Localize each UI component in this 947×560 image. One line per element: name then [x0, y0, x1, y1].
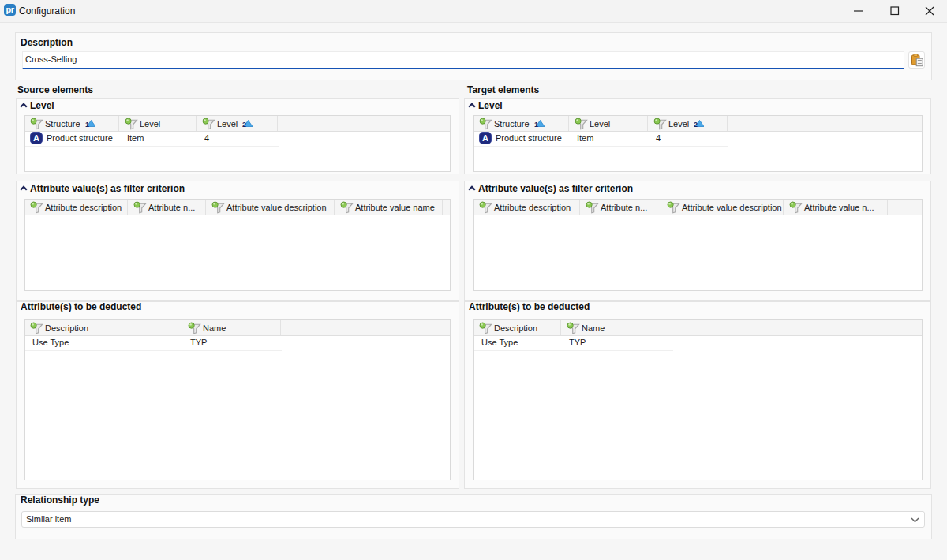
svg-text:1: 1 [85, 121, 89, 128]
svg-text:2: 2 [694, 121, 698, 128]
svg-text:2: 2 [242, 121, 246, 128]
svg-text:1: 1 [534, 121, 538, 128]
